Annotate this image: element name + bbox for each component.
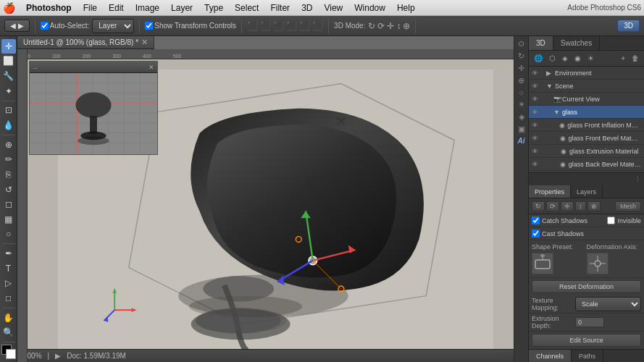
cast-shadows-checkbox[interactable]	[532, 230, 540, 237]
move-tool[interactable]: ✛	[1, 39, 16, 54]
3d-filter-light-icon[interactable]: ☀	[585, 54, 596, 63]
show-transform-checkbox[interactable]	[145, 22, 153, 30]
visibility-eye-icon[interactable]: 👁	[532, 70, 540, 77]
3d-zoom2-icon[interactable]: ⊕	[518, 76, 524, 85]
dodge-tool[interactable]: ○	[1, 227, 16, 242]
path-select-tool[interactable]: ▷	[1, 277, 16, 291]
hand-tool[interactable]: ✋	[1, 311, 16, 325]
zoom-tool[interactable]: 🔍	[1, 325, 16, 340]
align-left-icon[interactable]: ⬛	[247, 21, 258, 31]
tree-item-glass[interactable]: 👁 ▼ glass	[529, 106, 644, 119]
tab-swatches[interactable]: Swatches	[553, 36, 600, 50]
brush-tool[interactable]: ✏	[1, 152, 16, 167]
apple-menu-icon[interactable]: 🍎	[3, 2, 15, 14]
3d-slide-icon[interactable]: ↕	[396, 21, 401, 31]
tree-item-glass-extrusion[interactable]: 👁 ◉ glass Extrusion Material	[529, 145, 644, 158]
pen-tool[interactable]: ✒	[1, 246, 16, 261]
3d-filter-scene-icon[interactable]: ⬡	[547, 54, 558, 63]
3d-filter-mesh-icon[interactable]: ◈	[560, 54, 570, 63]
align-right-icon[interactable]: ⬛	[273, 21, 284, 31]
visibility-eye-icon[interactable]: 👁	[532, 161, 540, 168]
move-tool-options[interactable]: ◀ ▶	[4, 20, 30, 32]
history-brush-tool[interactable]: ↺	[1, 182, 16, 197]
tree-item-glass-front-bevel[interactable]: 👁 ◉ glass Front Bevel Material	[529, 132, 644, 145]
auto-select-dropdown[interactable]: Layer Group	[92, 19, 134, 33]
eyedropper-tool[interactable]: 💧	[1, 118, 16, 132]
tree-item-current-view[interactable]: 👁 📷 Current View	[529, 93, 644, 106]
3d-filter-material-icon[interactable]: ◉	[572, 54, 583, 63]
3d-light-icon[interactable]: ☀	[518, 100, 525, 109]
props-roll-btn[interactable]: ⟳	[546, 201, 559, 211]
shape-preset-selector[interactable]	[532, 253, 553, 274]
3d-camera-icon[interactable]: ◈	[519, 112, 524, 122]
visibility-eye-icon[interactable]: 👁	[532, 109, 540, 116]
3d-layers-tree[interactable]: 👁 ▶ Environment 👁 ▼ Scene 👁 📷 Current Vi…	[529, 67, 644, 172]
3d-filter-environment-icon[interactable]: 🌐	[532, 54, 545, 63]
visibility-eye-icon[interactable]: 👁	[532, 122, 540, 129]
panel-options-icon[interactable]: ⋮	[635, 176, 641, 183]
visibility-eye-icon[interactable]: 👁	[532, 135, 540, 142]
props-rotate-btn[interactable]: ↻	[532, 201, 545, 211]
preview-close-icon[interactable]: ✕	[149, 64, 154, 71]
menu-edit[interactable]: Edit	[104, 1, 129, 14]
color-swatches[interactable]	[1, 345, 16, 359]
magic-wand-tool[interactable]: ✦	[1, 84, 16, 98]
menu-3d[interactable]: 3D	[296, 1, 317, 14]
align-center-icon[interactable]: ⬛	[260, 21, 271, 31]
reset-deformation-button[interactable]: Reset Deformation	[532, 280, 641, 293]
extrusion-depth-input[interactable]	[575, 317, 604, 327]
3d-pan2-icon[interactable]: ✛	[518, 64, 524, 73]
canvas-bg[interactable]: ... ✕	[28, 59, 514, 349]
tab-3d[interactable]: 3D	[529, 36, 553, 50]
spot-heal-tool[interactable]: ⊕	[1, 138, 16, 152]
edit-source-button[interactable]: Edit Source	[532, 334, 641, 347]
canvas-container[interactable]: 0 100 200 300 400 500 ... ✕	[17, 49, 514, 362]
visibility-eye-icon[interactable]: 👁	[532, 96, 540, 103]
preview-canvas[interactable]	[30, 73, 157, 154]
tab-channels[interactable]: Channels	[529, 350, 572, 362]
background-color[interactable]	[6, 349, 16, 359]
visibility-eye-icon[interactable]: 👁	[532, 148, 540, 155]
invisible-checkbox[interactable]	[607, 216, 615, 224]
catch-shadows-checkbox[interactable]	[532, 216, 540, 224]
props-drag-btn[interactable]: ✛	[561, 201, 574, 211]
lasso-tool[interactable]: 🔧	[1, 69, 16, 83]
tab-properties[interactable]: Properties	[529, 185, 571, 198]
align-bottom-icon[interactable]: ⬛	[312, 21, 323, 31]
doc-close-button[interactable]: ✕	[141, 38, 148, 47]
play-button[interactable]: ▶	[55, 352, 61, 360]
tree-item-glass-front-inflation[interactable]: 👁 ◉ glass Front Inflation Mate...	[529, 119, 644, 132]
menu-view[interactable]: View	[319, 1, 348, 14]
align-middle-icon[interactable]: ⬛	[299, 21, 310, 31]
canvas-area[interactable]: Untitled-1 @ 100% (glass, RGB/8) * ✕ 0 1…	[17, 36, 514, 362]
3d-view-icon[interactable]: ⊙	[518, 39, 524, 49]
deformation-axis-selector[interactable]	[587, 253, 609, 274]
tab-paths[interactable]: Paths	[572, 350, 603, 362]
visibility-eye-icon[interactable]: 👁	[532, 83, 540, 90]
preview-window[interactable]: ... ✕	[29, 61, 158, 155]
3d-mode-button[interactable]: 3D	[617, 20, 640, 32]
3d-pan-icon[interactable]: ✛	[387, 21, 394, 31]
shape-tool[interactable]: □	[1, 291, 16, 306]
3d-rotate2-icon[interactable]: ↻	[518, 51, 524, 61]
props-scale-btn[interactable]: ⊕	[587, 201, 601, 211]
texture-mapping-dropdown[interactable]: Scale Tile UV	[575, 297, 641, 311]
3d-zoom-icon[interactable]: ⊕	[403, 21, 410, 31]
tree-item-environment[interactable]: 👁 ▶ Environment	[529, 67, 644, 80]
menu-image[interactable]: Image	[130, 1, 164, 14]
props-slide-btn[interactable]: ↕	[575, 201, 586, 211]
tree-item-scene[interactable]: 👁 ▼ Scene	[529, 80, 644, 93]
3d-orbit-icon[interactable]: ○	[519, 88, 524, 97]
menu-file[interactable]: File	[78, 1, 102, 14]
marquee-tool[interactable]: ⬜	[1, 54, 16, 69]
3d-mesh2-icon[interactable]: ▣	[518, 125, 525, 134]
3d-delete-icon[interactable]: 🗑	[630, 54, 641, 63]
tab-layers[interactable]: Layers	[571, 185, 603, 198]
crop-tool[interactable]: ⊡	[1, 104, 16, 118]
menu-photoshop[interactable]: Photoshop	[21, 1, 77, 14]
menu-select[interactable]: Select	[230, 1, 264, 14]
menu-layer[interactable]: Layer	[166, 1, 198, 14]
align-top-icon[interactable]: ⬛	[286, 21, 297, 31]
menu-help[interactable]: Help	[392, 1, 420, 14]
tree-item-glass-back-bevel[interactable]: 👁 ◉ glass Back Bevel Material	[529, 158, 644, 171]
